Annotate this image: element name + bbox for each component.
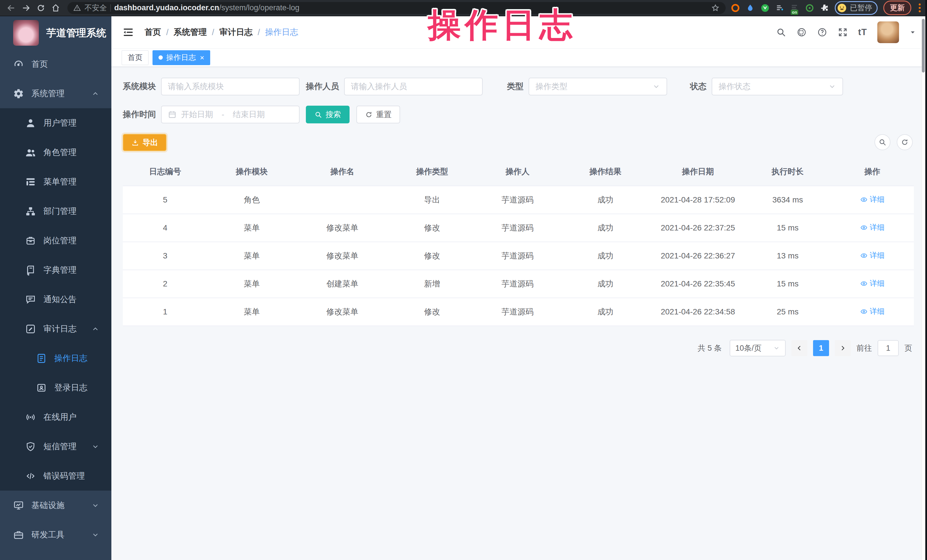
sidebar-item-0[interactable]: 首页 bbox=[0, 49, 111, 79]
sidebar-item-1[interactable]: 系统管理 bbox=[0, 79, 111, 108]
url-text[interactable]: dashboard.yudao.iocoder.cn/system/log/op… bbox=[114, 3, 299, 12]
sidebar-item-13[interactable]: 短信管理 bbox=[0, 432, 111, 461]
browser-reload-button[interactable] bbox=[34, 2, 47, 15]
type-select[interactable]: 操作类型 bbox=[529, 78, 667, 96]
column-header-2: 操作名 bbox=[296, 159, 389, 186]
user-icon bbox=[25, 118, 36, 129]
user-avatar[interactable] bbox=[877, 21, 899, 43]
extension-green-ring-icon[interactable] bbox=[805, 3, 814, 12]
fullscreen-icon[interactable] bbox=[837, 27, 848, 37]
export-button[interactable]: 导出 bbox=[123, 134, 167, 151]
main-area: 首页/系统管理/审计日志/操作日志 tT 首页操作日志× 系统模块 请输入系统模… bbox=[111, 16, 927, 560]
detail-link[interactable]: 详细 bbox=[860, 222, 885, 232]
table-row[interactable]: 1菜单修改菜单修改芋道源码成功2021-04-26 22:34:5825 ms详… bbox=[123, 298, 914, 326]
tag-0[interactable]: 首页 bbox=[122, 50, 149, 65]
sidebar-item-8[interactable]: 通知公告 bbox=[0, 285, 111, 314]
current-page-button[interactable]: 1 bbox=[813, 340, 829, 356]
address-bar[interactable]: 不安全 dashboard.yudao.iocoder.cn/system/lo… bbox=[67, 2, 726, 14]
bookmark-star-icon[interactable] bbox=[711, 3, 720, 12]
sidebar-item-6[interactable]: 岗位管理 bbox=[0, 226, 111, 255]
post-icon bbox=[25, 235, 36, 246]
breadcrumb-item-1[interactable]: 系统管理 bbox=[174, 27, 207, 38]
sidebar-item-14[interactable]: 错误码管理 bbox=[0, 461, 111, 490]
reset-button[interactable]: 重置 bbox=[356, 106, 400, 123]
cell-module: 角色 bbox=[207, 186, 296, 214]
date-range-separator: - bbox=[222, 110, 224, 119]
browser-back-button[interactable] bbox=[5, 2, 18, 15]
page-size-select[interactable]: 10条/页 bbox=[729, 340, 786, 357]
search-icon[interactable] bbox=[776, 27, 786, 37]
sidebar-item-15[interactable]: 基础设施 bbox=[0, 490, 111, 520]
extension-orange-ring-icon[interactable] bbox=[731, 3, 740, 12]
browser-menu-icon[interactable] bbox=[917, 3, 922, 12]
sidebar-item-2[interactable]: 用户管理 bbox=[0, 108, 111, 138]
help-icon[interactable] bbox=[817, 27, 827, 37]
hamburger-icon[interactable] bbox=[122, 26, 134, 38]
close-tag-icon[interactable]: × bbox=[200, 54, 204, 61]
detail-link[interactable]: 详细 bbox=[860, 250, 885, 260]
sidebar-item-12[interactable]: 在线用户 bbox=[0, 402, 111, 432]
sidebar-item-7[interactable]: 字典管理 bbox=[0, 255, 111, 285]
screen: 不安全 dashboard.yudao.iocoder.cn/system/lo… bbox=[0, 0, 927, 560]
breadcrumb-item-2[interactable]: 审计日志 bbox=[219, 27, 252, 38]
cell-actions: 详细 bbox=[831, 270, 914, 298]
table-refresh-button[interactable] bbox=[897, 134, 913, 150]
extension-list-icon[interactable] bbox=[775, 3, 784, 12]
extension-proxy-icon[interactable]: on bbox=[790, 3, 799, 12]
page-scrollbar-thumb[interactable] bbox=[922, 19, 925, 73]
goto-page-input[interactable]: 1 bbox=[878, 340, 899, 356]
column-header-3: 操作类型 bbox=[389, 159, 476, 186]
github-icon[interactable] bbox=[796, 27, 807, 37]
table-row[interactable]: 5角色导出芋道源码成功2021-04-28 17:52:093634 ms详细 bbox=[123, 186, 914, 214]
sidebar-item-5[interactable]: 部门管理 bbox=[0, 196, 111, 226]
security-warning-icon[interactable] bbox=[73, 4, 81, 12]
org-tree-icon bbox=[25, 206, 36, 217]
devtools-icon bbox=[13, 530, 24, 540]
page-scrollbar-track[interactable] bbox=[922, 16, 925, 560]
extension-vue-devtools-icon[interactable] bbox=[760, 3, 770, 12]
avatar-caret-down-icon[interactable] bbox=[909, 29, 916, 36]
module-input[interactable]: 请输入系统模块 bbox=[161, 78, 299, 96]
breadcrumb-separator: / bbox=[166, 28, 169, 37]
prev-page-button[interactable] bbox=[791, 340, 807, 356]
browser-profile-chip[interactable]: 已暂停 bbox=[835, 1, 878, 15]
start-date-placeholder: 开始日期 bbox=[181, 109, 213, 120]
extension-blue-drop-icon[interactable] bbox=[746, 3, 755, 12]
sidebar-item-10[interactable]: 操作日志 bbox=[0, 343, 111, 373]
breadcrumb-separator: / bbox=[212, 28, 214, 37]
detail-link[interactable]: 详细 bbox=[860, 278, 885, 288]
browser-forward-button[interactable] bbox=[20, 2, 33, 15]
cell-id: 3 bbox=[123, 242, 207, 270]
cell-result: 成功 bbox=[559, 298, 651, 326]
operator-input[interactable]: 请输入操作人员 bbox=[344, 78, 483, 96]
date-range-input[interactable]: 开始日期 - 结束日期 bbox=[161, 106, 299, 123]
table-row[interactable]: 4菜单修改菜单修改芋道源码成功2021-04-26 22:37:2515 ms详… bbox=[123, 214, 914, 242]
browser-update-button[interactable]: 更新 bbox=[883, 1, 911, 15]
table-row[interactable]: 3菜单修改菜单修改芋道源码成功2021-04-26 22:36:2713 ms详… bbox=[123, 242, 914, 270]
next-page-button[interactable] bbox=[835, 340, 851, 356]
detail-link[interactable]: 详细 bbox=[860, 194, 885, 205]
font-size-icon[interactable]: tT bbox=[858, 27, 867, 37]
sidebar-logo-row[interactable]: 芋道管理系统 bbox=[0, 16, 111, 49]
logo-rabbit-image bbox=[13, 20, 39, 46]
sidebar-item-11[interactable]: 登录日志 bbox=[0, 373, 111, 402]
sidebar-item-4[interactable]: 菜单管理 bbox=[0, 167, 111, 196]
search-button[interactable]: 搜索 bbox=[306, 106, 350, 123]
column-header-1: 操作模块 bbox=[207, 159, 296, 186]
cell-actions: 详细 bbox=[831, 298, 914, 326]
detail-link[interactable]: 详细 bbox=[860, 307, 885, 316]
annotation-overlay-text: 操作日志 bbox=[428, 3, 576, 47]
browser-home-button[interactable] bbox=[49, 2, 62, 15]
cell-type: 新增 bbox=[389, 270, 476, 298]
table-search-toggle-button[interactable] bbox=[874, 134, 891, 150]
sidebar-item-3[interactable]: 角色管理 bbox=[0, 138, 111, 167]
sidebar-item-16[interactable]: 研发工具 bbox=[0, 520, 111, 549]
extensions-puzzle-icon[interactable] bbox=[820, 3, 829, 12]
status-select[interactable]: 操作状态 bbox=[712, 78, 843, 96]
chevron-down-icon bbox=[652, 82, 660, 91]
table-row[interactable]: 2菜单创建菜单新增芋道源码成功2021-04-26 22:35:4515 ms详… bbox=[123, 270, 914, 298]
security-label[interactable]: 不安全 bbox=[85, 3, 107, 13]
sidebar-item-9[interactable]: 审计日志 bbox=[0, 314, 111, 343]
tag-1[interactable]: 操作日志× bbox=[152, 50, 210, 65]
breadcrumb-item-0[interactable]: 首页 bbox=[144, 27, 161, 38]
